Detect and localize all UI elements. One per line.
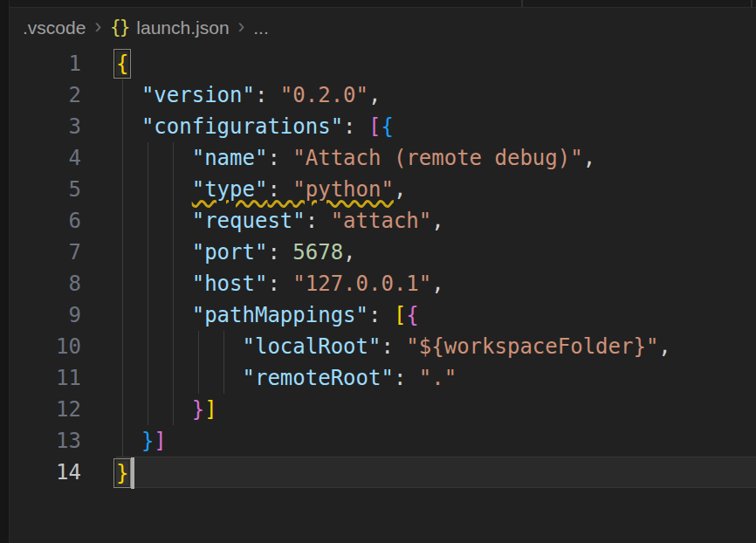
code-token: , [658,334,670,359]
breadcrumb-folder[interactable]: .vscode [23,17,86,38]
code-text: "request": "attach", [116,205,756,237]
code-text: { [116,48,756,79]
code-text: "configurations": [{ [116,111,756,142]
code-token [116,177,192,202]
code-token: , [583,146,595,170]
line-number[interactable]: 12 [9,394,81,425]
tab-divider [751,0,753,7]
code-line[interactable]: 12 }] [9,394,756,425]
code-text: "name": "Attach (remote debug)", [116,142,756,174]
code-token [116,240,192,265]
code-line[interactable]: 3 "configurations": [{ [9,111,756,142]
code-token: } [192,397,204,422]
code-token [116,303,192,327]
line-number[interactable]: 3 [9,111,81,142]
code-token: , [368,83,381,107]
code-line[interactable]: 5 "type": "python", [9,174,756,205]
code-token: "name" [192,146,268,170]
line-number[interactable]: 9 [9,299,81,331]
breadcrumb: .vscode › {} launch.json › ... [9,8,756,48]
line-number[interactable]: 8 [9,268,81,299]
code-token: "type" [192,177,268,202]
chevron-right-icon: › [93,17,102,39]
code-token [116,429,141,453]
line-number[interactable]: 7 [9,237,81,268]
code-token: "." [419,366,457,390]
code-token: ] [154,429,166,453]
code-token [116,334,243,359]
code-token: "0.2.0" [280,83,368,107]
code-line[interactable]: 10 "localRoot": "${workspaceFolder}", [9,331,756,362]
code-token: : [267,272,292,296]
tab-bar-edge [9,0,756,8]
line-number[interactable]: 2 [9,79,81,111]
code-line[interactable]: 7 "port": 5678, [9,237,756,268]
code-line[interactable]: 8 "host": "127.0.0.1", [9,268,756,299]
code-line[interactable]: 6 "request": "attach", [9,205,756,237]
code-token: "configurations" [141,114,343,139]
code-line[interactable]: 14} [9,457,756,488]
line-number[interactable]: 14 [9,457,81,488]
code-text: "remoteRoot": "." [116,362,756,394]
code-token: "port" [192,240,268,265]
left-edge-strip [0,0,10,543]
code-token [116,146,192,170]
line-number[interactable]: 4 [9,142,81,174]
code-token: : [368,303,394,327]
chevron-right-icon: › [237,17,246,39]
json-file-icon: {} [110,17,128,39]
code-token: } [141,429,154,453]
code-token [116,397,192,422]
breadcrumb-file[interactable]: launch.json [136,17,229,38]
code-token: "Attach (remote debug)" [292,146,582,170]
code-line[interactable]: 9 "pathMappings": [{ [9,299,756,331]
breadcrumb-symbol-more[interactable]: ... [253,17,269,38]
code-token: { [406,303,418,327]
code-token: "request" [192,209,306,233]
code-token: : [394,366,419,390]
code-line[interactable]: 2 "version": "0.2.0", [9,79,756,111]
line-number[interactable]: 13 [9,425,81,457]
line-number[interactable]: 11 [9,362,81,394]
code-token: "${workspaceFolder}" [406,334,658,359]
line-number[interactable]: 1 [9,48,81,79]
code-line[interactable]: 1{ [9,48,756,79]
code-token: "pathMappings" [192,303,368,327]
code-lines: 1{2 "version": "0.2.0",3 "configurations… [9,48,756,488]
code-token: "localRoot" [243,334,381,359]
code-line[interactable]: 4 "name": "Attach (remote debug)", [9,142,756,174]
vscode-editor-window: .vscode › {} launch.json › ... 1{2 "vers… [0,0,756,543]
code-token [116,366,243,390]
code-token: [ [368,114,381,139]
code-token: , [394,177,406,202]
code-line[interactable]: 11 "remoteRoot": "." [9,362,756,394]
line-number[interactable]: 5 [9,174,81,205]
code-token: : [267,146,292,170]
code-token: "python" [292,177,394,202]
code-text: }] [116,425,756,457]
code-editor[interactable]: 1{2 "version": "0.2.0",3 "configurations… [9,48,756,543]
code-token: { [381,114,393,139]
tab-divider [521,0,523,7]
code-token: "attach" [331,209,432,233]
code-token: : [267,177,292,202]
code-text: } [116,457,756,488]
line-number[interactable]: 6 [9,205,81,237]
code-token [116,83,141,107]
code-token [116,272,192,296]
code-token [116,114,141,139]
code-line[interactable]: 13 }] [9,425,756,457]
code-token: "remoteRoot" [243,366,394,390]
code-token [116,209,192,233]
code-token: , [431,272,443,296]
code-text: "port": 5678, [116,237,756,268]
code-token: : [306,209,331,233]
code-token: 5678 [292,240,343,265]
matched-bracket: { [116,52,128,76]
code-token: "127.0.0.1" [292,272,431,296]
code-token: : [255,83,280,107]
line-number[interactable]: 10 [9,331,81,362]
code-token: "host" [192,272,268,296]
code-token: : [267,240,292,265]
code-text: }] [116,394,756,425]
